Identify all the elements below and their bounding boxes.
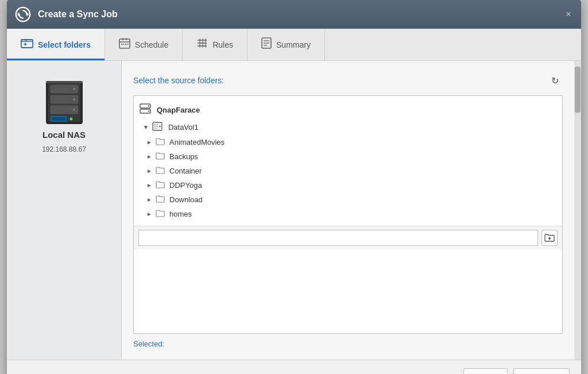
rules-tab-icon bbox=[196, 37, 208, 52]
create-sync-job-dialog: Create a Sync Job × Select folders bbox=[7, 0, 581, 374]
datavol-label: DataVol1 bbox=[168, 123, 199, 132]
tab-rules-label: Rules bbox=[212, 40, 233, 49]
scrollbar-thumb bbox=[575, 67, 581, 113]
svg-marker-1 bbox=[27, 12, 29, 17]
search-input[interactable] bbox=[138, 230, 538, 246]
nas-device: Local NAS 192.168.88.67 bbox=[41, 78, 87, 153]
datavol-row[interactable]: ▼ DataVol1 bbox=[134, 119, 562, 135]
svg-rect-4 bbox=[119, 39, 130, 48]
tree-item[interactable]: ► Container bbox=[134, 164, 562, 178]
chevron-icon: ► bbox=[145, 168, 153, 174]
svg-rect-7 bbox=[121, 44, 122, 45]
title-bar: Create a Sync Job × bbox=[7, 0, 581, 29]
tree-root: QnapFarace ▼ bbox=[134, 96, 562, 226]
svg-rect-8 bbox=[123, 44, 124, 45]
drive-icon bbox=[152, 122, 163, 133]
svg-rect-30 bbox=[52, 117, 65, 121]
folder-icon bbox=[156, 152, 165, 161]
add-folder-button[interactable] bbox=[541, 230, 558, 246]
tree-item[interactable]: ► DDPYoga bbox=[134, 178, 562, 192]
tab-schedule-label: Schedule bbox=[135, 40, 168, 49]
scrollbar-track[interactable] bbox=[574, 61, 581, 360]
tab-summary-label: Summary bbox=[276, 40, 311, 49]
nas-ip: 192.168.88.67 bbox=[42, 145, 86, 153]
folder-name: homes bbox=[169, 210, 192, 218]
svg-rect-9 bbox=[125, 44, 126, 45]
svg-rect-10 bbox=[127, 44, 128, 45]
root-name: QnapFarace bbox=[157, 106, 200, 114]
svg-rect-3 bbox=[21, 40, 33, 48]
svg-point-38 bbox=[159, 126, 161, 128]
folder-name: Container bbox=[169, 167, 202, 175]
summary-tab-icon bbox=[261, 37, 272, 52]
tab-select-folders-label: Select folders bbox=[38, 40, 91, 49]
search-row bbox=[134, 226, 562, 249]
folder-tree-container[interactable]: QnapFarace ▼ bbox=[133, 95, 563, 334]
nas-label: Local NAS bbox=[42, 130, 86, 140]
tree-item[interactable]: ► AnimatedMovies bbox=[134, 135, 562, 149]
right-panel: Select the source folders: ↻ bbox=[122, 61, 574, 360]
svg-point-26 bbox=[73, 98, 75, 101]
folder-icon bbox=[156, 166, 165, 176]
chevron-icon: ► bbox=[145, 211, 153, 217]
svg-rect-5 bbox=[122, 38, 123, 40]
svg-marker-2 bbox=[17, 12, 20, 17]
folder-icon bbox=[156, 137, 165, 147]
svg-rect-6 bbox=[126, 38, 127, 40]
tab-select-folders[interactable]: Select folders bbox=[7, 29, 105, 60]
chevron-icon: ► bbox=[145, 153, 153, 160]
tab-summary[interactable]: Summary bbox=[247, 29, 325, 60]
panel-title: Select the source folders: bbox=[133, 76, 224, 85]
dialog-title: Create a Sync Job bbox=[38, 9, 118, 20]
folder-tab-icon bbox=[21, 37, 33, 52]
panel-header: Select the source folders: ↻ bbox=[133, 72, 563, 88]
folder-name: AnimatedMovies bbox=[169, 138, 225, 146]
refresh-button[interactable]: ↻ bbox=[547, 72, 563, 88]
nas-image bbox=[41, 78, 87, 124]
tree-root-item: QnapFarace bbox=[134, 101, 562, 119]
svg-point-24 bbox=[73, 88, 75, 90]
left-panel: Local NAS 192.168.88.67 bbox=[7, 61, 122, 360]
svg-point-35 bbox=[148, 105, 149, 106]
close-button[interactable]: × bbox=[563, 9, 574, 20]
svg-rect-32 bbox=[46, 81, 83, 83]
svg-point-28 bbox=[73, 109, 75, 111]
tree-item[interactable]: ► Backups bbox=[134, 149, 562, 164]
svg-point-31 bbox=[69, 118, 72, 121]
tab-schedule[interactable]: Schedule bbox=[105, 29, 183, 60]
tab-bar: Select folders Schedule bbox=[7, 29, 581, 61]
tab-rules[interactable]: Rules bbox=[183, 29, 247, 60]
folder-name: Download bbox=[169, 195, 203, 204]
dialog-icon bbox=[14, 5, 32, 24]
folder-icon bbox=[156, 180, 165, 190]
folder-list: ► AnimatedMovies ► bbox=[134, 135, 562, 221]
footer: OK Cancel bbox=[7, 360, 581, 374]
ok-button[interactable]: OK bbox=[463, 368, 508, 374]
selected-label: Selected: bbox=[133, 340, 563, 348]
folder-name: Backups bbox=[169, 152, 198, 161]
chevron-icon: ► bbox=[145, 196, 153, 203]
datavol-chevron: ▼ bbox=[143, 124, 149, 130]
tree-item[interactable]: ► homes bbox=[134, 207, 562, 221]
folder-icon bbox=[156, 209, 165, 219]
schedule-tab-icon bbox=[119, 37, 130, 52]
cancel-button[interactable]: Cancel bbox=[513, 368, 570, 374]
server-icon bbox=[140, 103, 151, 117]
main-content: Local NAS 192.168.88.67 Select the sourc… bbox=[7, 61, 581, 360]
chevron-icon: ► bbox=[145, 182, 153, 188]
tree-item[interactable]: ► Download bbox=[134, 192, 562, 207]
folder-icon bbox=[156, 195, 165, 205]
folder-name: DDPYoga bbox=[169, 181, 202, 190]
chevron-icon: ► bbox=[145, 139, 153, 145]
svg-point-36 bbox=[148, 110, 149, 111]
